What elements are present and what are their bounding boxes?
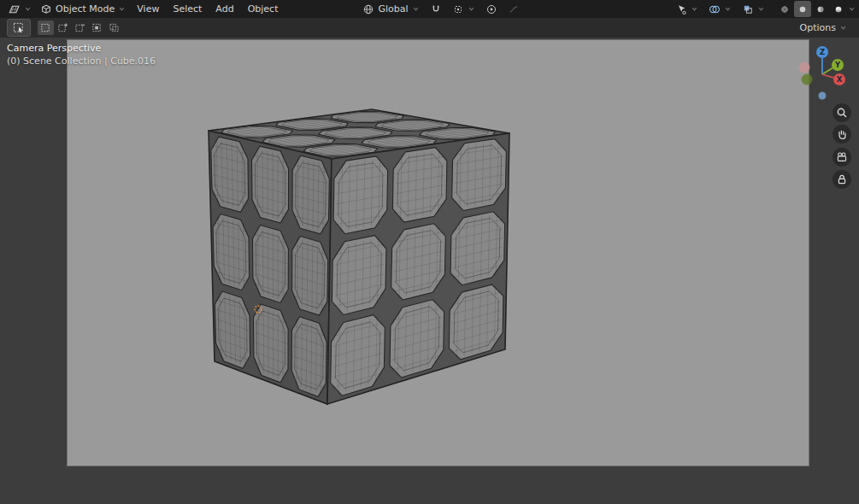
- chevron-down-icon: [724, 5, 732, 13]
- gizmo-icon: [675, 3, 687, 15]
- snap-target-selector[interactable]: [448, 1, 480, 17]
- menu-object[interactable]: Object: [241, 1, 285, 17]
- shading-rendered-button[interactable]: [830, 1, 847, 17]
- shading-solid-button[interactable]: [794, 1, 811, 17]
- orientation-label: Global: [378, 3, 408, 15]
- svg-text:Y: Y: [834, 61, 841, 69]
- svg-text:X: X: [837, 75, 843, 84]
- select-invert-icon: [91, 22, 103, 33]
- falloff-curve-icon: [508, 3, 520, 15]
- select-mode-invert[interactable]: [89, 21, 105, 35]
- transform-orientation-selector[interactable]: Global: [358, 1, 423, 17]
- shading-mode-group: [776, 1, 856, 17]
- shading-dropdown-chevron-icon[interactable]: [848, 5, 856, 13]
- zoom-button[interactable]: [833, 103, 851, 122]
- proportional-editing-toggle[interactable]: [481, 1, 502, 17]
- solid-sphere-icon: [798, 3, 807, 15]
- select-mode-subtract[interactable]: [72, 21, 88, 35]
- options-dropdown[interactable]: Options: [795, 21, 852, 34]
- chevron-down-icon: [691, 5, 698, 13]
- select-new-icon: [40, 22, 51, 33]
- menu-bar: View Select Add Object: [130, 1, 285, 17]
- show-overlays-toggle[interactable]: [704, 1, 736, 17]
- chevron-down-icon: [24, 5, 32, 13]
- cube-icon: [40, 3, 52, 15]
- show-gizmo-toggle[interactable]: [671, 1, 703, 17]
- select-subtract-icon: [74, 22, 85, 33]
- select-mode-group: [38, 21, 122, 35]
- chevron-down-icon: [468, 5, 475, 13]
- proportional-editing-icon: [485, 3, 497, 15]
- select-extend-icon: [57, 22, 68, 33]
- globe-icon: [362, 3, 374, 15]
- breadcrumb: (0) Scene Collection | Cube.016: [7, 56, 156, 67]
- select-box-tool-icon: [12, 21, 26, 34]
- camera-view-frame: [67, 39, 809, 466]
- toggle-xray-button[interactable]: [738, 1, 769, 17]
- active-tool-select-box[interactable]: [7, 19, 31, 37]
- snap-toggle[interactable]: [426, 1, 446, 17]
- camera-view-button[interactable]: [833, 148, 851, 167]
- chevron-down-icon: [757, 5, 765, 13]
- select-mode-new[interactable]: [38, 21, 54, 35]
- svg-text:Z: Z: [820, 48, 825, 56]
- editor-type-icon: [8, 3, 21, 15]
- select-intersect-icon: [109, 22, 120, 33]
- editor-type-selector[interactable]: [3, 1, 36, 17]
- magnet-icon: [430, 3, 442, 15]
- proportional-falloff-selector[interactable]: [503, 1, 524, 17]
- mode-selector[interactable]: Object Mode: [36, 1, 130, 17]
- material-sphere-icon: [816, 3, 825, 15]
- snap-target-icon: [452, 3, 464, 15]
- chevron-down-icon: [412, 5, 420, 13]
- view-name-overlay: Camera Perspective: [7, 43, 101, 54]
- chevron-down-icon: [839, 24, 847, 32]
- options-label: Options: [800, 22, 836, 33]
- camera-icon: [836, 151, 848, 163]
- tool-settings-bar: Options: [0, 18, 859, 38]
- select-mode-intersect[interactable]: [106, 21, 122, 35]
- lock-button[interactable]: [833, 170, 851, 189]
- viewport-header: Object Mode View Select Add Object Globa…: [0, 0, 859, 18]
- select-mode-extend[interactable]: [55, 21, 71, 35]
- hand-icon: [836, 128, 848, 140]
- menu-select[interactable]: Select: [166, 1, 209, 17]
- menu-view[interactable]: View: [130, 1, 166, 17]
- shading-material-button[interactable]: [812, 1, 829, 17]
- mode-label: Object Mode: [56, 3, 115, 15]
- pan-button[interactable]: [833, 125, 851, 144]
- viewport-3d[interactable]: ZYX Camera Perspective (0) Scene Collect…: [0, 38, 859, 504]
- chevron-down-icon: [118, 5, 126, 13]
- lock-icon: [836, 173, 848, 185]
- zoom-icon: [836, 107, 848, 119]
- menu-add[interactable]: Add: [209, 1, 240, 17]
- wireframe-sphere-icon: [780, 3, 789, 15]
- shading-wireframe-button[interactable]: [776, 1, 793, 17]
- rendered-sphere-icon: [834, 3, 843, 15]
- overlays-icon: [709, 3, 721, 15]
- xray-icon: [742, 3, 754, 15]
